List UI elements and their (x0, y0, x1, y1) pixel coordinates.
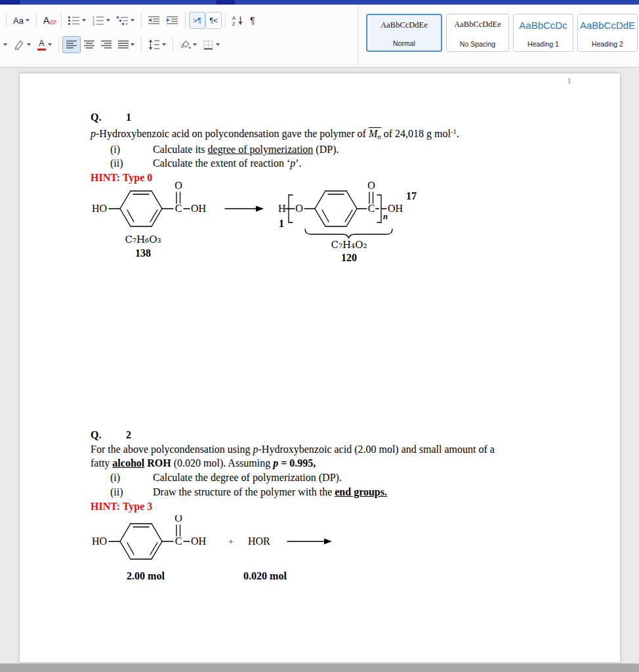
cut-off-button[interactable] (3, 36, 10, 53)
highlight-button[interactable] (10, 36, 34, 53)
title-bar-segment (216, 0, 235, 5)
style-label: Heading 1 (527, 40, 559, 48)
multilevel-list-button[interactable] (113, 12, 138, 29)
ribbon-toolbar: Aa A (0, 5, 639, 68)
q2-line-1: For the above polycondensation using p-H… (91, 442, 495, 457)
ribbon-buttons: Aa A (0, 5, 258, 67)
clear-formatting-button[interactable]: A (40, 12, 58, 29)
bullets-button[interactable] (65, 12, 89, 29)
style-heading-1[interactable]: AaBbCcDc Heading 1 (513, 14, 573, 52)
align-right-icon (101, 40, 112, 49)
page-number: 1 (567, 75, 571, 86)
carbonyl-c-label: C (175, 203, 182, 214)
alcohol-label: HOR (248, 536, 270, 547)
borders-icon (203, 40, 214, 50)
show-formatting-marks-button[interactable]: ¶ (247, 12, 258, 29)
ltr-direction-button[interactable]: >¶ (189, 12, 205, 29)
carbonyl-c-label: C (175, 536, 182, 547)
justify-icon (118, 40, 129, 49)
chevron-down-icon (131, 19, 134, 22)
reaction-arrow (287, 539, 332, 545)
shading-button[interactable] (176, 36, 200, 53)
oh-label: OH (191, 203, 207, 214)
benzene-ring (315, 191, 357, 226)
style-preview: AaBbCcDdEe (381, 20, 428, 30)
bullets-icon (68, 16, 80, 26)
chevron-down-icon (216, 43, 220, 46)
h-end-label: H (278, 203, 286, 214)
separator (185, 13, 186, 28)
q1-intro: p-Hydroxybenzoic acid on polycondensatio… (91, 125, 459, 142)
polymer-product-structure: H 1 O C O (278, 180, 417, 263)
reaction-scheme-2: HO C O OH 2.00 mol (91, 515, 353, 586)
style-label: No Spacing (460, 40, 495, 48)
q2-item-ii: (ii)Draw the structure of the polymer wi… (91, 485, 495, 499)
justify-button[interactable] (115, 36, 138, 53)
pilcrow-icon: ¶ (250, 15, 255, 26)
sort-button[interactable]: A Z (229, 12, 247, 29)
eraser-icon (49, 20, 57, 24)
ho-label: HO (92, 536, 107, 547)
chevron-down-icon (3, 43, 7, 46)
font-color-icon: A (37, 39, 46, 51)
increase-indent-button[interactable] (163, 12, 182, 29)
clear-formatting-icon: A (43, 15, 54, 26)
reactant-mass: 138 (135, 247, 151, 259)
oh-end-label: OH (388, 203, 403, 214)
chevron-down-icon (131, 43, 134, 46)
window-bottom-strip (0, 663, 639, 672)
style-heading-2[interactable]: AaBbCcDdE Heading 2 (577, 14, 638, 52)
increase-indent-icon (167, 16, 178, 25)
decrease-indent-button[interactable] (145, 12, 163, 29)
line-spacing-icon (148, 39, 160, 50)
ether-o-label: O (295, 203, 303, 214)
separator (61, 13, 62, 28)
chevron-down-icon (106, 19, 110, 22)
separator (36, 13, 37, 28)
ribbon-row-1: Aa A (3, 11, 258, 30)
repeat-unit-formula: C₇H₄O₂ (331, 239, 367, 251)
title-bar (0, 0, 639, 5)
reactant-structure: HO C O OH 2.00 mol (92, 515, 207, 581)
align-left-button[interactable] (62, 36, 81, 53)
line-spacing-button[interactable] (145, 36, 169, 53)
style-no-spacing[interactable]: AaBbCcDdEe No Spacing (446, 14, 509, 52)
rtl-direction-button[interactable]: ¶< (205, 12, 222, 29)
separator (225, 13, 226, 28)
numbering-button[interactable]: 1 2 3 (89, 12, 113, 29)
question-1-block[interactable]: Q.1 p-Hydroxybenzoic acid on polycondens… (91, 110, 459, 185)
question-2-block[interactable]: Q.2 For the above polycondensation using… (91, 428, 495, 513)
font-color-button[interactable]: A (34, 36, 55, 53)
chevron-down-icon (27, 43, 31, 46)
separator (6, 13, 7, 28)
style-preview: AaBbCcDdEe (454, 20, 501, 30)
document-area[interactable]: 1 Q.1 p-Hydroxybenzoic acid on polyconde… (0, 68, 639, 672)
carbonyl-o-label: O (175, 180, 182, 191)
reaction-scheme-1: HO C O OH C₇H₆O₃ 138 (91, 177, 432, 264)
borders-button[interactable] (200, 36, 223, 53)
shading-bucket-icon (180, 40, 191, 50)
plus-sign: + (228, 537, 233, 547)
style-normal[interactable]: AaBbCcDdEe Normal (366, 14, 442, 52)
chevron-down-icon (48, 43, 52, 46)
q2-item-i: (i)Calculate the degree of polymerizatio… (91, 471, 495, 485)
separator (173, 37, 173, 52)
separator (141, 37, 142, 52)
carbonyl-o-label: O (367, 180, 375, 191)
styles-gallery: AaBbCcDdEe Normal AaBbCcDdEe No Spacing … (358, 5, 639, 67)
index-end: 17 (406, 190, 417, 201)
q2-line-2: fatty alcohol ROH (0.020 mol). Assuming … (91, 456, 495, 471)
document-page[interactable]: 1 Q.1 p-Hydroxybenzoic acid on polyconde… (20, 74, 620, 662)
align-center-button[interactable] (81, 36, 98, 53)
reactant-formula: C₇H₆O₃ (125, 234, 161, 245)
q2-heading: Q.2 (91, 428, 495, 442)
q1-item-i: (i)Calculate its degree of polymerizatio… (91, 142, 459, 157)
align-right-button[interactable] (98, 36, 115, 53)
change-case-button[interactable]: Aa (10, 12, 33, 29)
font-color-bar (37, 49, 46, 51)
chevron-down-icon (162, 43, 166, 46)
ribbon-row-2: A (3, 35, 258, 54)
oh-label: OH (191, 536, 207, 547)
separator (58, 37, 59, 52)
repeat-n-label: n (383, 212, 388, 221)
